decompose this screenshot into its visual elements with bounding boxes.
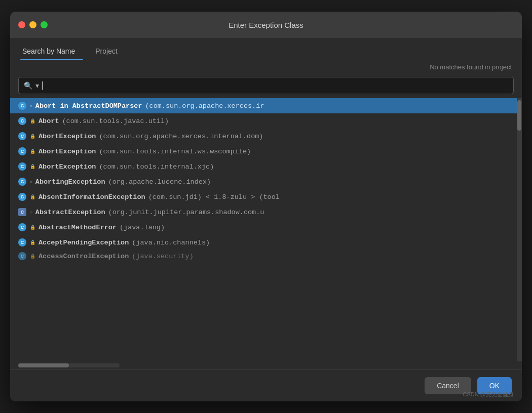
class-icon: C bbox=[18, 162, 26, 171]
list-item[interactable]: C 🔒 AbortException (com.sun.org.apache.x… bbox=[10, 129, 517, 144]
search-row: 🔍 ▾ ▏ bbox=[10, 74, 522, 98]
list-area: C ○ Abort in AbstractDOMParser (com.sun.… bbox=[10, 98, 522, 361]
no-matches-text: No matches found in project bbox=[430, 63, 512, 71]
horizontal-scroll-row bbox=[10, 361, 522, 369]
list-item[interactable]: C 🔒 AbortException (com.sun.tools.intern… bbox=[10, 159, 517, 174]
vertical-scrollbar[interactable] bbox=[517, 98, 522, 361]
traffic-lights bbox=[18, 21, 48, 28]
class-icon: C bbox=[18, 132, 26, 140]
horizontal-scrollbar[interactable] bbox=[18, 363, 120, 367]
list-item[interactable]: C 🔒 AbsentInformationException (com.sun.… bbox=[10, 189, 517, 204]
modifier-icon: ○ bbox=[30, 104, 32, 108]
list-item[interactable]: C ○ AbortingException (org.apache.lucene… bbox=[10, 174, 517, 189]
list-item[interactable]: C 🔒 AbortException (com.sun.tools.intern… bbox=[10, 144, 517, 159]
list-item[interactable]: C 🔒 AccessControlException (java.securit… bbox=[10, 250, 517, 262]
list-item[interactable]: C 🔒 AbstractMethodError (java.lang) bbox=[10, 220, 517, 235]
search-box[interactable]: 🔍 ▾ ▏ bbox=[18, 77, 514, 94]
class-icon: C bbox=[18, 147, 26, 155]
modifier-icon: 🔒 bbox=[30, 225, 35, 230]
scrollbar-thumb[interactable] bbox=[517, 100, 521, 131]
title-bar: Enter Exception Class bbox=[10, 12, 522, 38]
dialog-title: Enter Exception Class bbox=[229, 21, 303, 29]
search-dropdown-arrow[interactable]: ▾ bbox=[35, 81, 39, 90]
button-row: Cancel OK bbox=[10, 369, 522, 401]
list-item[interactable]: C 🔒 AcceptPendingException (java.nio.cha… bbox=[10, 235, 517, 250]
class-icon: C bbox=[18, 178, 26, 186]
modifier-icon: 🔒 bbox=[30, 149, 35, 154]
close-button[interactable] bbox=[18, 21, 25, 28]
modifier-icon: 🔒 bbox=[30, 240, 35, 245]
modifier-icon: ○ bbox=[30, 210, 32, 215]
list-item[interactable]: C 🔒 Abort (com.sun.tools.javac.util) bbox=[10, 113, 517, 129]
dialog: Enter Exception Class Search by Name Pro… bbox=[10, 12, 522, 401]
class-icon: C bbox=[18, 252, 26, 260]
modifier-icon: 🔒 bbox=[30, 164, 35, 170]
class-icon: C bbox=[18, 117, 26, 125]
modifier-icon: 🔒 bbox=[30, 254, 35, 259]
modifier-icon: 🔒 bbox=[30, 118, 35, 124]
minimize-button[interactable] bbox=[29, 21, 36, 28]
class-icon: C bbox=[18, 238, 26, 246]
list-item[interactable]: C ○ AbstractException (org.junit.jupiter… bbox=[10, 204, 517, 220]
class-icon: C bbox=[18, 223, 26, 231]
modifier-icon: 🔒 bbox=[30, 194, 35, 200]
maximize-button[interactable] bbox=[41, 21, 48, 28]
list-item[interactable]: C ○ Abort in AbstractDOMParser (com.sun.… bbox=[10, 98, 517, 113]
modifier-icon: ○ bbox=[30, 180, 32, 184]
modifier-icon: 🔒 bbox=[30, 134, 35, 139]
class-icon: C bbox=[18, 102, 26, 110]
results-list: C ○ Abort in AbstractDOMParser (com.sun.… bbox=[10, 98, 517, 361]
horizontal-scrollbar-thumb[interactable] bbox=[18, 363, 69, 367]
no-matches-row: No matches found in project bbox=[10, 60, 522, 74]
watermark: CSDN @充壳爱健身 bbox=[463, 391, 514, 398]
search-cursor: ▏ bbox=[42, 81, 48, 90]
tabs: Search by Name Project bbox=[20, 43, 512, 60]
tabs-row: Search by Name Project bbox=[10, 38, 522, 60]
tab-project[interactable]: Project bbox=[93, 43, 126, 60]
tab-search-by-name[interactable]: Search by Name bbox=[20, 43, 83, 60]
search-icon: 🔍 bbox=[24, 81, 32, 90]
class-icon: C bbox=[18, 208, 26, 216]
class-icon: C bbox=[18, 193, 26, 201]
